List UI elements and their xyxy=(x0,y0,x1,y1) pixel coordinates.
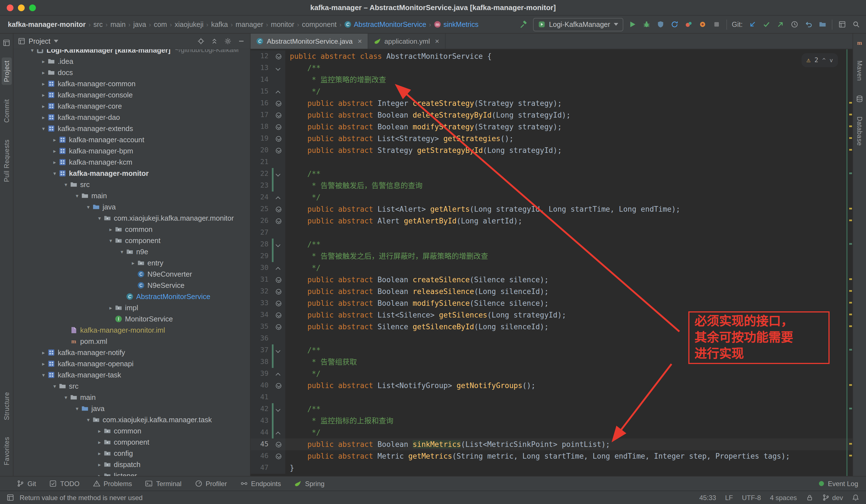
tool-window-button-endpoints[interactable]: Endpoints xyxy=(241,480,281,488)
collapse-arrow-icon[interactable]: ▾ xyxy=(28,49,36,53)
collapse-arrow-icon[interactable]: ▾ xyxy=(84,416,92,423)
tree-item-entry[interactable]: ▸entry xyxy=(13,257,250,268)
code-line[interactable]: 43 * 监控指标的上报和查询 xyxy=(251,415,853,427)
async-profiler-button[interactable] xyxy=(698,20,707,29)
collapse-arrow-icon[interactable]: ▾ xyxy=(62,394,70,400)
breadcrumb-item[interactable]: main xyxy=(110,21,125,28)
tool-window-button-structure[interactable]: Structure xyxy=(1,389,11,423)
expand-arrow-icon[interactable]: ▸ xyxy=(39,360,48,367)
change-stripe-mark[interactable] xyxy=(849,349,852,351)
collapse-arrow-icon[interactable]: ▾ xyxy=(73,192,81,198)
expand-arrow-icon[interactable]: ▸ xyxy=(129,260,137,266)
implemented-marker-icon[interactable] xyxy=(276,300,281,306)
warning-stripe-mark[interactable] xyxy=(849,384,852,386)
editor[interactable]: 12public abstract class AbstractMonitorS… xyxy=(251,49,853,476)
tool-window-button-spring[interactable]: Spring xyxy=(294,480,324,488)
implemented-marker-icon[interactable] xyxy=(276,136,281,141)
tree-item-src[interactable]: ▾src xyxy=(13,380,250,391)
project-panel-title[interactable]: Project xyxy=(29,37,51,45)
debug-button[interactable] xyxy=(642,20,651,29)
code-line[interactable]: 19 public abstract List<Strategy> getStr… xyxy=(251,133,853,145)
event-log-button[interactable]: Event Log xyxy=(819,480,858,488)
tool-window-button-todo[interactable]: TODO xyxy=(49,480,80,488)
run-config-select[interactable]: Logi-KafkaManager xyxy=(533,18,623,31)
tree-item-impl[interactable]: ▸impl xyxy=(13,302,250,313)
code-line[interactable]: 16 public abstract Integer createStrateg… xyxy=(251,98,853,109)
implemented-marker-icon[interactable] xyxy=(276,54,281,59)
fold-icon[interactable] xyxy=(276,90,280,95)
code-line[interactable]: 46 public abstract Metric getMetrics(Str… xyxy=(251,450,853,462)
warning-stripe-mark[interactable] xyxy=(849,114,852,115)
maven-icon[interactable]: m xyxy=(856,39,863,46)
code-line[interactable]: 27 xyxy=(251,227,853,239)
code-line[interactable]: 13 /** xyxy=(251,62,853,74)
fold-icon[interactable] xyxy=(276,407,280,412)
expand-arrow-icon[interactable]: ▸ xyxy=(51,148,59,154)
code-line[interactable]: 29 * 告警被触发之后，进行屏蔽时，屏蔽策略的增删改查 xyxy=(251,250,853,262)
code-line[interactable]: 37 /** xyxy=(251,344,853,356)
fold-icon[interactable] xyxy=(276,373,280,377)
stop-button[interactable] xyxy=(712,20,721,29)
database-icon[interactable] xyxy=(856,95,863,102)
change-stripe-mark[interactable] xyxy=(849,172,852,174)
tree-item-kafka-manager-monitor-iml[interactable]: kafka-manager-monitor.iml xyxy=(13,324,250,335)
idea-profiler-button[interactable] xyxy=(684,20,693,29)
breadcrumb-item[interactable]: src xyxy=(93,21,102,28)
breadcrumb-item[interactable]: component xyxy=(302,21,336,28)
collapse-arrow-icon[interactable]: ▾ xyxy=(39,125,48,131)
tree-item-pom-xml[interactable]: mpom.xml xyxy=(13,335,250,347)
minimize-window-button[interactable] xyxy=(18,4,25,11)
code-line[interactable]: 44 */ xyxy=(251,427,853,438)
warning-stripe-mark[interactable] xyxy=(849,137,852,139)
tool-windows-toggle-icon[interactable] xyxy=(7,494,14,501)
locate-icon[interactable] xyxy=(196,37,205,46)
tree-item-docs[interactable]: ▸docs xyxy=(13,67,250,78)
run-button[interactable] xyxy=(628,20,637,29)
collapse-arrow-icon[interactable]: ▾ xyxy=(107,237,115,243)
implemented-marker-icon[interactable] xyxy=(276,289,281,294)
zoom-window-button[interactable] xyxy=(29,4,36,11)
tree-item-kafka-manager-account[interactable]: ▸kafka-manager-account xyxy=(13,134,250,145)
warning-stripe-mark[interactable] xyxy=(849,455,852,456)
tree-item-common[interactable]: ▸common xyxy=(13,224,250,234)
close-icon[interactable]: × xyxy=(435,37,439,45)
tree-item-main[interactable]: ▾main xyxy=(13,190,250,201)
code-line[interactable]: 34 public abstract List<Silence> getSile… xyxy=(251,309,853,321)
tab-abstractmonitorservice-java[interactable]: CAbstractMonitorService.java× xyxy=(251,34,368,49)
warning-stripe-mark[interactable] xyxy=(849,125,852,127)
breadcrumb-item[interactable]: msinkMetrics xyxy=(434,21,478,28)
tree-item-kafka-manager-monitor[interactable]: ▾kafka-manager-monitor xyxy=(13,168,250,179)
code-line[interactable]: 15 */ xyxy=(251,86,853,98)
build-hammer-icon[interactable] xyxy=(519,20,528,29)
implemented-marker-icon[interactable] xyxy=(276,453,281,459)
git-commit-button[interactable] xyxy=(762,20,771,29)
warning-stripe-mark[interactable] xyxy=(849,208,852,209)
tree-item-monitorservice[interactable]: IMonitorService xyxy=(13,313,250,324)
next-warning-icon[interactable]: v xyxy=(830,54,833,66)
warning-stripe-mark[interactable] xyxy=(849,313,852,315)
collapse-arrow-icon[interactable]: ▾ xyxy=(51,383,59,389)
breadcrumb-item[interactable]: java xyxy=(133,21,146,28)
code-line[interactable]: 25 public abstract List<Alert> getAlerts… xyxy=(251,203,853,215)
fold-icon[interactable] xyxy=(276,196,280,201)
tree-item-common[interactable]: ▸common xyxy=(13,425,250,436)
close-window-button[interactable] xyxy=(7,4,13,11)
fold-icon[interactable] xyxy=(276,432,280,436)
indent-style[interactable]: 4 spaces xyxy=(770,494,797,502)
expand-arrow-icon[interactable]: ▸ xyxy=(95,472,104,476)
tree-item-src[interactable]: ▾src xyxy=(13,179,250,190)
tree-item-n9eservice[interactable]: CN9eService xyxy=(13,279,250,291)
tree-item-kafka-manager-extends[interactable]: ▾kafka-manager-extends xyxy=(13,123,250,134)
breadcrumb-item[interactable]: CAbstractMonitorService xyxy=(344,21,426,28)
tree-item-java[interactable]: ▾java xyxy=(13,403,250,414)
implemented-marker-icon[interactable] xyxy=(276,148,281,153)
git-history-button[interactable] xyxy=(790,20,799,29)
git-rollback-button[interactable] xyxy=(804,20,813,29)
tree-item-kafka-manager-common[interactable]: ▸kafka-manager-common xyxy=(13,78,250,89)
fold-icon[interactable] xyxy=(276,267,280,272)
implemented-marker-icon[interactable] xyxy=(276,124,281,130)
change-stripe-mark[interactable] xyxy=(849,243,852,245)
git-branch-widget[interactable]: dev xyxy=(822,494,843,502)
fold-icon[interactable] xyxy=(276,172,280,176)
tool-window-button-favorites[interactable]: Favorites xyxy=(1,434,11,468)
